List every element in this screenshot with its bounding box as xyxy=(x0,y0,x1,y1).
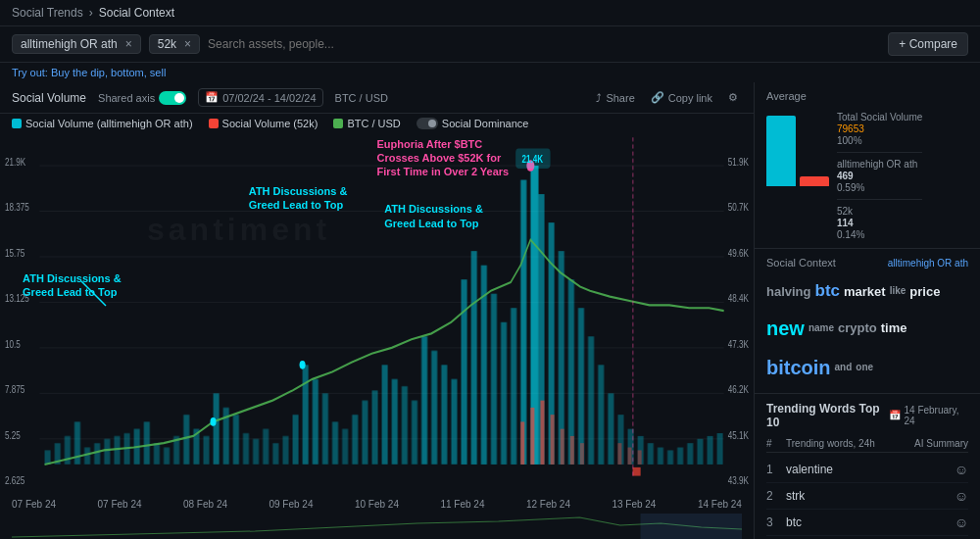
filter-tag-2[interactable]: 52k × xyxy=(149,34,200,54)
svg-rect-50 xyxy=(303,365,309,465)
word-halving[interactable]: halving xyxy=(766,280,811,303)
svg-rect-85 xyxy=(648,443,654,465)
shared-axis-toggle[interactable]: Shared axis xyxy=(98,91,186,105)
trending-row-4[interactable]: 4 starknet ☺ xyxy=(766,536,968,539)
row-3-sentiment-icon[interactable]: ☺ xyxy=(949,514,968,530)
total-label: Total Social Volume xyxy=(837,112,922,122)
social-dominance-toggle[interactable] xyxy=(416,118,438,129)
svg-rect-88 xyxy=(677,448,683,465)
trending-row-3[interactable]: 3 btc ☺ xyxy=(766,510,968,536)
toolbar-actions: ⤴ Share 🔗 Copy link ⚙ xyxy=(592,89,742,106)
word-new[interactable]: new xyxy=(766,311,805,346)
filter-bar: alltimehigh OR ath × 52k × + Compare xyxy=(0,26,980,63)
svg-rect-80 xyxy=(598,365,604,465)
word-price[interactable]: price xyxy=(909,280,940,303)
breadcrumb-separator: › xyxy=(89,6,93,20)
toggle-control[interactable] xyxy=(159,91,186,105)
breadcrumb-parent[interactable]: Social Trends xyxy=(12,6,83,20)
svg-text:50.7K: 50.7K xyxy=(728,201,749,214)
row-3-word: btc xyxy=(786,515,949,529)
search-input[interactable] xyxy=(208,37,880,51)
copy-link-button[interactable]: 🔗 Copy link xyxy=(647,89,716,106)
legend-color-1 xyxy=(12,119,22,128)
link-icon: 🔗 xyxy=(651,91,664,104)
row-2-sentiment-icon[interactable]: ☺ xyxy=(949,488,968,504)
svg-text:51.9K: 51.9K xyxy=(728,156,749,169)
svg-rect-58 xyxy=(382,365,388,465)
svg-text:15.75: 15.75 xyxy=(5,247,25,260)
word-market[interactable]: market xyxy=(844,280,886,303)
svg-rect-53 xyxy=(332,421,338,465)
try-out-suggestions[interactable]: Buy the dip, bottom, sell xyxy=(51,67,166,78)
tag2-pct: 0.14% xyxy=(837,229,922,240)
chart-svg: 51.9K 50.7K 49.6K 48.4K 47.3K 46.2K 45.1… xyxy=(0,137,754,493)
share-button[interactable]: ⤴ Share xyxy=(592,90,638,106)
svg-rect-95 xyxy=(540,401,544,465)
x-axis: 07 Feb 24 07 Feb 24 08 Feb 24 09 Feb 24 … xyxy=(0,497,754,512)
svg-rect-97 xyxy=(561,429,564,465)
svg-rect-56 xyxy=(362,401,368,465)
avg-bar-container: Total Social Volume 79653 100% alltimehi… xyxy=(766,108,968,240)
word-btc[interactable]: btc xyxy=(815,276,841,307)
legend-label-3: BTC / USD xyxy=(347,118,400,129)
legend-item-3: BTC / USD xyxy=(333,118,400,129)
svg-text:21.4K: 21.4K xyxy=(522,153,544,166)
trending-section: Trending Words Top 10 📅 14 February, 24 … xyxy=(755,394,980,539)
filter-tag-1-close[interactable]: × xyxy=(125,37,132,51)
svg-rect-38 xyxy=(183,415,189,465)
trending-row-1[interactable]: 1 valentine ☺ xyxy=(766,457,968,483)
svg-text:47.3K: 47.3K xyxy=(728,337,749,350)
svg-rect-60 xyxy=(402,386,408,465)
svg-rect-101 xyxy=(627,448,631,465)
compare-button[interactable]: + Compare xyxy=(888,32,968,56)
row-1-word: valentine xyxy=(786,463,949,476)
x-label-5: 11 Feb 24 xyxy=(440,499,484,510)
mini-timeline xyxy=(0,512,754,539)
svg-text:5.25: 5.25 xyxy=(5,428,21,441)
total-value: 79653 xyxy=(837,123,922,134)
social-context-filter: alltimehigh OR ath xyxy=(888,258,968,269)
stat-tag2: 52k 114 0.14% xyxy=(837,206,922,240)
trending-header: Trending Words Top 10 📅 14 February, 24 xyxy=(766,402,968,429)
svg-rect-61 xyxy=(412,401,417,465)
filter-tag-2-label: 52k xyxy=(158,37,176,51)
svg-rect-28 xyxy=(84,448,90,465)
filter-tag-2-close[interactable]: × xyxy=(184,37,191,51)
average-title: Average xyxy=(766,90,968,102)
word-crypto[interactable]: crypto xyxy=(838,317,877,339)
svg-rect-36 xyxy=(164,448,170,465)
word-name[interactable]: name xyxy=(808,319,834,337)
word-and[interactable]: and xyxy=(835,359,853,376)
svg-rect-90 xyxy=(697,439,703,465)
x-label-6: 12 Feb 24 xyxy=(526,499,570,510)
tag1-pct: 0.59% xyxy=(837,182,922,193)
stat-divider-2 xyxy=(837,199,922,200)
word-time[interactable]: time xyxy=(881,317,907,339)
gear-icon: ⚙ xyxy=(728,91,738,104)
word-one[interactable]: one xyxy=(856,359,873,376)
trending-date: 📅 14 February, 24 xyxy=(889,405,968,426)
svg-rect-91 xyxy=(707,436,712,465)
word-bitcoin[interactable]: bitcoin xyxy=(766,350,831,385)
stat-total: Total Social Volume 79653 100% xyxy=(837,112,922,146)
svg-rect-79 xyxy=(588,336,594,465)
word-like[interactable]: like xyxy=(890,282,906,300)
x-label-7: 13 Feb 24 xyxy=(612,499,656,510)
svg-rect-81 xyxy=(608,393,613,465)
svg-rect-71 xyxy=(511,308,516,465)
filter-tag-1[interactable]: alltimehigh OR ath × xyxy=(12,34,141,54)
right-panel: Average Total Social Volume 79653 100% a… xyxy=(755,82,980,539)
row-1-sentiment-icon[interactable]: ☺ xyxy=(949,462,968,477)
svg-text:18.375: 18.375 xyxy=(5,201,29,214)
x-label-4: 10 Feb 24 xyxy=(355,499,399,510)
svg-rect-100 xyxy=(617,443,621,465)
svg-rect-102 xyxy=(638,450,642,465)
trending-row-2[interactable]: 2 strk ☺ xyxy=(766,483,968,510)
svg-rect-98 xyxy=(570,436,574,465)
date-range[interactable]: 📅 07/02/24 - 14/02/24 xyxy=(198,88,322,107)
svg-rect-54 xyxy=(342,429,348,465)
settings-button[interactable]: ⚙ xyxy=(724,89,742,106)
svg-rect-66 xyxy=(462,279,467,465)
try-out-bar: Try out: Buy the dip, bottom, sell xyxy=(0,63,980,82)
svg-rect-78 xyxy=(578,308,584,465)
